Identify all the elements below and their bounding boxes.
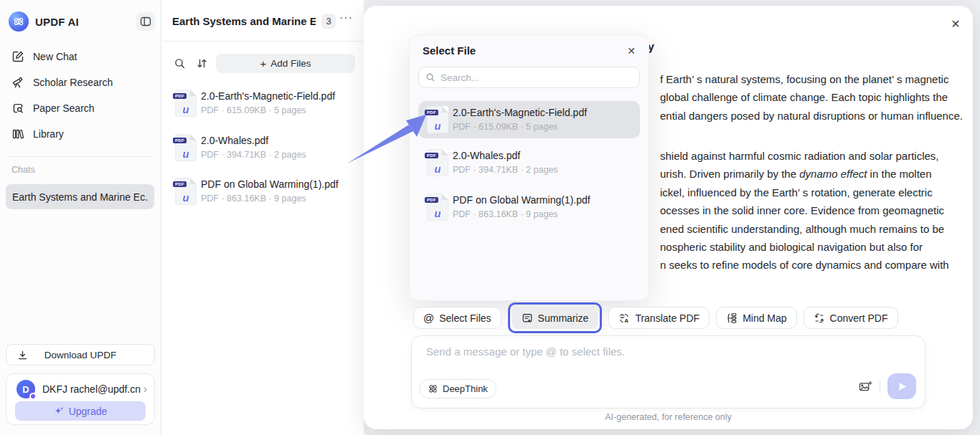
send-icon [896, 381, 908, 393]
pdf-file-icon: PDFu [427, 193, 448, 221]
pdf-file-icon: PDFu [427, 149, 448, 176]
avatar-initial: D [22, 384, 29, 395]
sparkle-icon [54, 406, 65, 416]
divider [880, 380, 880, 393]
select-file-modal: Select File ✕ PDFu 2.0-Earth's-Magnetic-… [409, 34, 649, 301]
files-panel: Earth Systems and Marine E... 3 ··· + Ad… [162, 0, 364, 435]
file-name: 2.0-Earth's-Magnetic-Field.pdf [453, 107, 636, 118]
download-updf-button[interactable]: Download UPDF [6, 344, 155, 365]
new-chat-icon [11, 50, 24, 63]
translate-pdf-button[interactable]: A Translate PDF [608, 307, 710, 329]
avatar: D [17, 380, 35, 398]
sidebar-item-label: Scholar Research [33, 77, 113, 88]
sidebar-item-library[interactable]: Library [6, 121, 155, 147]
pdf-file-icon: PDFu [175, 90, 197, 117]
at-icon: @ [423, 312, 434, 324]
download-icon [17, 350, 28, 360]
file-row-1[interactable]: PDFu 2.0-Earth's-Magnetic-Field.pdf PDF … [168, 86, 358, 122]
upgrade-button[interactable]: Upgrade [15, 401, 146, 421]
file-meta: PDF · 863.16KB · 9 pages [453, 209, 558, 219]
chat-dialog: ✕ y f Earth’ s natural systems, focusing… [364, 6, 973, 429]
sidebar-item-scholar-research[interactable]: Scholar Research [6, 70, 155, 95]
updf-logo-icon [9, 11, 29, 32]
pdf-file-icon: PDFu [427, 106, 448, 133]
modal-close-icon[interactable]: ✕ [624, 44, 639, 58]
chevron-right-icon: › [143, 383, 147, 395]
file-name: 2.0-Earth's-Magnetic-Field.pdf [201, 90, 355, 102]
add-files-button[interactable]: + Add Files [216, 54, 355, 73]
sidebar-nav: New Chat Scholar Research Paper Search [6, 44, 155, 147]
plus-icon: + [260, 57, 266, 70]
sidebar-item-label: Library [33, 128, 64, 140]
message-input[interactable] [426, 345, 910, 358]
sidebar-item-new-chat[interactable]: New Chat [6, 44, 155, 70]
file-meta: PDF · 615.09KB · 5 pages [453, 122, 558, 132]
mind-map-button[interactable]: Mind Map [716, 307, 796, 329]
chat-backdrop: ✕ y f Earth’ s natural systems, focusing… [364, 0, 980, 435]
pdf-file-icon: PDFu [175, 178, 197, 205]
search-icon [425, 72, 435, 82]
send-button[interactable] [887, 373, 916, 399]
chats-section-label: Chats [11, 165, 35, 175]
sidebar-divider [9, 156, 152, 157]
message-composer: DeepThink [411, 335, 925, 408]
composer-right-controls [859, 373, 916, 399]
modal-file-option-1[interactable]: PDFu 2.0-Earth's-Magnetic-Field.pdf PDF … [418, 101, 640, 138]
quick-actions-row: @ Select Files Summarize [413, 302, 898, 333]
modal-search-input[interactable] [440, 72, 633, 83]
sort-icon[interactable] [196, 57, 208, 70]
summarize-button[interactable]: Summarize [512, 307, 598, 329]
add-image-icon[interactable] [859, 381, 872, 393]
file-name: 2.0-Whales.pdf [201, 135, 355, 146]
file-meta: PDF · 863.16KB · 9 pages [201, 193, 306, 204]
avatar-badge [29, 393, 37, 400]
summary-paragraph-1: f Earth’ s natural systems, focusing on … [660, 70, 963, 125]
download-updf-label: Download UPDF [44, 350, 117, 360]
convert-pdf-button[interactable]: Convert PDF [804, 307, 898, 329]
chat-item-label: Earth Systems and Marine Ec... [12, 191, 148, 203]
ai-disclaimer: AI-generated, for reference only [364, 412, 973, 422]
translate-icon: A [618, 312, 630, 324]
convert-icon [814, 312, 825, 324]
file-name: PDF on Global Warming(1).pdf [201, 178, 355, 190]
sidebar-item-paper-search[interactable]: Paper Search [6, 95, 155, 121]
paper-search-icon [11, 102, 24, 115]
logo-row: UPDF AI [9, 10, 155, 33]
sidebar-collapse-button[interactable] [136, 12, 155, 31]
sidebar-item-label: New Chat [33, 51, 77, 62]
file-meta: PDF · 394.71KB · 2 pages [201, 150, 306, 160]
app-title: UPDF AI [35, 16, 136, 28]
file-row-3[interactable]: PDFu PDF on Global Warming(1).pdf PDF · … [168, 174, 358, 210]
files-panel-title: Earth Systems and Marine E... [172, 15, 316, 27]
chat-item-earth-systems[interactable]: Earth Systems and Marine Ec... [6, 184, 154, 209]
mind-map-icon [726, 312, 738, 324]
file-name: PDF on Global Warming(1).pdf [453, 194, 636, 206]
library-icon [11, 128, 24, 140]
account-row[interactable]: D DKFJ rachel@updf.cn › [17, 380, 147, 398]
files-toolbar: + Add Files [162, 54, 364, 74]
summarize-icon [522, 312, 533, 324]
add-files-label: Add Files [270, 58, 311, 69]
search-icon[interactable] [174, 57, 186, 70]
sidebar-item-label: Paper Search [33, 102, 95, 114]
file-meta: PDF · 615.09KB · 5 pages [201, 105, 306, 115]
files-panel-header: Earth Systems and Marine E... 3 ··· [162, 0, 364, 42]
file-name: 2.0-Whales.pdf [453, 150, 636, 161]
modal-file-option-3[interactable]: PDFu PDF on Global Warming(1).pdf PDF · … [418, 188, 640, 226]
close-icon[interactable]: ✕ [948, 16, 963, 31]
account-name: DKFJ rachel@updf.cn [42, 383, 143, 395]
file-row-2[interactable]: PDFu 2.0-Whales.pdf PDF · 394.71KB · 2 p… [168, 130, 358, 166]
more-options-icon[interactable]: ··· [339, 11, 353, 24]
modal-search-box [418, 67, 640, 88]
atom-icon [428, 383, 438, 394]
select-files-button[interactable]: @ Select Files [413, 307, 501, 329]
summary-paragraph-2: shield against harmful cosmic radiation … [660, 147, 949, 274]
upgrade-label: Upgrade [69, 406, 108, 417]
summarize-highlight-box: Summarize [508, 302, 603, 333]
deepthink-button[interactable]: DeepThink [419, 379, 496, 398]
sidebar: UPDF AI New Chat [0, 0, 161, 435]
modal-file-option-2[interactable]: PDFu 2.0-Whales.pdf PDF · 394.71KB · 2 p… [418, 144, 640, 181]
account-card: D DKFJ rachel@updf.cn › Upgrade [6, 373, 155, 425]
modal-title: Select File [423, 44, 476, 57]
svg-text:A: A [625, 317, 629, 323]
